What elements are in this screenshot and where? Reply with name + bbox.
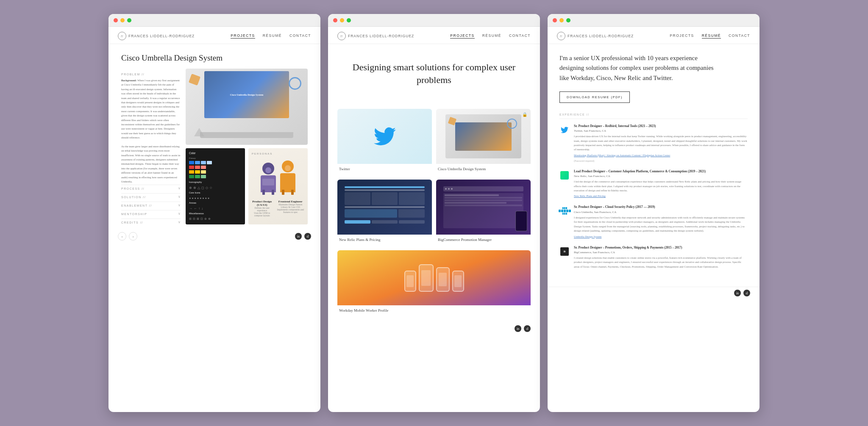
minimize-dot[interactable] [120, 18, 125, 22]
browser-chrome-1 [108, 14, 320, 27]
exp-item-bigcommerce: B Sr. Product Designer – Promotions, Ord… [559, 246, 748, 271]
browser-window-2: fl FRANCES LIDDELL-RODRIGUEZ PROJECTS RÉ… [328, 14, 540, 412]
dribbble-icon-2[interactable]: d [524, 325, 531, 332]
linkedin-icon-2[interactable]: in [515, 325, 521, 332]
cisco-thumb: 🔒 [436, 109, 531, 164]
nav-bar-3: fl FRANCES LIDDELL-RODRIGUEZ PROJECTS RÉ… [548, 27, 760, 44]
bigcommerce-content [441, 184, 526, 231]
dribbble-icon-3[interactable]: d [743, 290, 750, 296]
cisco-mini-laptop [445, 114, 521, 158]
maximize-dot-2[interactable] [347, 18, 351, 22]
close-dot-3[interactable] [553, 18, 557, 22]
nav-projects-1[interactable]: PROJECTS [231, 33, 255, 39]
laptop-screen-text: Cisco Umbrella Design System [230, 94, 263, 96]
twitter-logo-icon [560, 126, 569, 134]
nav-contact-3[interactable]: CONTACT [729, 33, 750, 39]
nav-logo-1: fl FRANCES LIDDELL-RODRIGUEZ [118, 32, 195, 40]
laptop-base [200, 132, 293, 138]
social-icons-3: in d [734, 290, 750, 296]
caption-frontend-eng: Frontend Engineer Maintains Design Patte… [277, 200, 304, 217]
project-card-newrelic[interactable]: New Relic Plans & Pricing [337, 180, 432, 246]
page1-nav-arrows: ‹ › [118, 232, 137, 241]
page2-hero: Designing smart solutions for complex us… [328, 44, 540, 109]
nr-box-3 [399, 192, 425, 205]
nav-resume-1[interactable]: RÉSUMÉ [263, 33, 282, 39]
linkedin-icon-3[interactable]: in [734, 290, 741, 296]
twitter-label: Twitter [337, 164, 432, 175]
dribbble-icon-1[interactable]: d [304, 233, 311, 240]
prev-btn-1[interactable]: ‹ [118, 232, 126, 241]
lock-icon: 🔒 [522, 112, 527, 117]
next-btn-1[interactable]: › [129, 232, 137, 241]
nav-resume-2[interactable]: RÉSUMÉ [482, 33, 501, 39]
ds-color-row-1 [189, 161, 242, 164]
maximize-dot-3[interactable] [566, 18, 570, 22]
exp-desc-cisco: I designed experiences for Cisco Umbrell… [574, 216, 748, 233]
section-credits[interactable]: CREDITS // ∨ [121, 219, 181, 226]
linkedin-icon-1[interactable]: in [295, 233, 302, 240]
exp-link-monitoring[interactable]: Monitoring Platform (Mon) / Alerting on … [574, 154, 748, 157]
close-dot-2[interactable] [333, 18, 337, 22]
exp-link-cisco[interactable]: Umbrella Design System [574, 235, 748, 238]
minimize-dot-3[interactable] [559, 18, 564, 22]
ds-header-arrows: Arrows [189, 202, 242, 204]
exp-link-newrelic[interactable]: New Relic Plans and Pricing [574, 194, 748, 197]
ds-header-misc: Miscellaneous [189, 212, 242, 215]
project-card-twitter[interactable]: Twitter [337, 109, 432, 175]
cisco-mini-screen [455, 122, 512, 151]
nr-row-1 [345, 192, 425, 205]
page3-content: fl FRANCES LIDDELL-RODRIGUEZ PROJECTS RÉ… [548, 27, 760, 412]
page1-footer: ‹ › in d [108, 229, 320, 244]
nav-projects-3[interactable]: PROJECTS [670, 33, 694, 39]
phone-short-2 [452, 271, 464, 292]
bigcommerce-label: BigCommerce Promotion Manager [436, 235, 531, 246]
browser-chrome-2 [328, 14, 540, 27]
download-resume-button[interactable]: DOWNLOAD RESUME (PDF) [559, 91, 630, 103]
page2-title: Designing smart solutions for complex us… [341, 61, 527, 86]
section-process[interactable]: PROCESS // ∨ [121, 185, 181, 192]
nav-links-2: PROJECTS RÉSUMÉ CONTACT [450, 33, 531, 39]
nav-projects-2[interactable]: PROJECTS [450, 33, 474, 39]
cisco-dot-row-3 [562, 213, 567, 215]
bigcommerce-thumb [436, 180, 531, 235]
exp-body-bigcommerce: Sr. Product Designer – Promotions, Order… [574, 246, 748, 271]
newrelic-label: New Relic Plans & Pricing [337, 235, 432, 246]
section-enablement[interactable]: ENABLEMENT // ∨ [121, 202, 181, 209]
phone-tall [419, 264, 434, 292]
shape-blue [289, 77, 301, 90]
shape-triangle [194, 128, 204, 136]
design-system-image: Color Primary [186, 148, 245, 224]
nav-resume-3[interactable]: RÉSUMÉ [702, 33, 721, 39]
project-card-cisco[interactable]: 🔒 Cisco Umbrella Design System [436, 109, 531, 175]
logo-text-3: FRANCES LIDDELL-RODRIGUEZ [568, 34, 634, 38]
exp-title-cisco: Sr. Product Designer – Cloud Security Po… [574, 205, 748, 210]
close-dot[interactable] [114, 18, 118, 22]
nr-bar-2 [345, 189, 425, 191]
exp-company-newrelic: New Relic, San Francisco, CA [574, 174, 748, 178]
nav-contact-1[interactable]: CONTACT [289, 33, 311, 39]
cisco-dot-row-2 [559, 210, 571, 212]
project-card-bigcommerce[interactable]: BigCommerce Promotion Manager [436, 180, 531, 246]
exp-logo-newrelic [559, 170, 570, 180]
phone-short [404, 271, 416, 292]
nav-contact-2[interactable]: CONTACT [509, 33, 531, 39]
section-mentorship[interactable]: MENTORSHIP ∨ [121, 210, 181, 218]
experience-section-label: EXPERIENCE // [559, 113, 748, 119]
maximize-dot[interactable] [127, 18, 131, 22]
nav-logo-3: fl FRANCES LIDDELL-RODRIGUEZ [557, 32, 634, 40]
project-card-workday[interactable]: Workday Mobile Worker Profile [337, 250, 531, 317]
ds-header-iconography: Iconography [189, 181, 242, 183]
newrelic-thumb [337, 180, 432, 235]
minimize-dot-2[interactable] [340, 18, 344, 22]
exp-title-bigcommerce: Sr. Product Designer – Promotions, Order… [574, 246, 748, 250]
browser-window-3: fl FRANCES LIDDELL-RODRIGUEZ PROJECTS RÉ… [548, 14, 760, 412]
bc-phone [515, 211, 527, 231]
logo-text-1: FRANCES LIDDELL-RODRIGUEZ [128, 34, 195, 38]
section-solution[interactable]: SOLUTION // ∨ [121, 193, 181, 201]
logo-mark-3: fl [557, 32, 565, 40]
page1-title: Cisco Umbrella Design System [121, 53, 308, 63]
twitter-thumb [337, 109, 432, 164]
exp-body-newrelic: Lead Product Designer – Customer Adoptio… [574, 169, 748, 199]
ds-header-core: Core Icons [189, 191, 242, 194]
exp-body-twitter: Sr. Product Designer – Redbird, Internal… [574, 124, 748, 163]
